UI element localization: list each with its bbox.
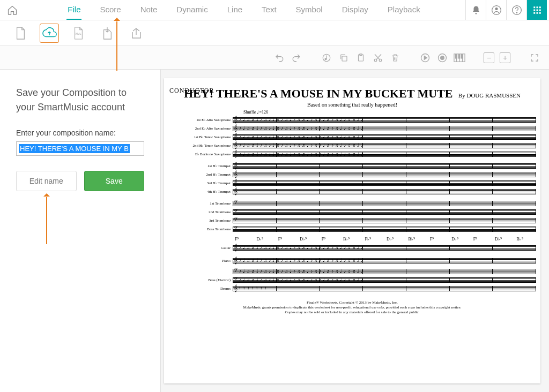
instrument-label: Guitar <box>168 246 233 250</box>
save-button[interactable]: Save <box>84 171 145 191</box>
score-page: CONDUCTOR HEY! THERE'S A MOUSE IN MY BUC… <box>164 78 540 383</box>
instrument-row: Bass (Electric)𝄢♪♩♫♬♩♪♫♪♩♬♪♫♩♪♫♬♩♪♫♪♩♬♪♫… <box>168 276 536 284</box>
copy-icon[interactable] <box>338 52 350 64</box>
instrument-row: 1st B♭ Tenor Saxophone𝄞♪♩♫♬♩♪♫♪♩♬♪♫♩♪♫♬♩… <box>168 133 536 141</box>
staff[interactable]: 𝄢— — — — — — — <box>233 200 536 207</box>
note-tool-icon[interactable] <box>321 52 332 64</box>
account-icon[interactable] <box>486 0 506 20</box>
menu-item-symbol[interactable]: Symbol <box>295 0 324 20</box>
staff[interactable]: 𝄞♪♩♫♬♩♪♫♪♩♬♪♫♩♪♫♬♩♪♫♪♩♬♪♫♩♪♫♬♩♪ <box>233 258 536 264</box>
instrument-label: Bass Trombone <box>168 227 233 231</box>
instrument-label: 2nd B♭ Trumpet <box>168 172 233 177</box>
menu-item-note[interactable]: Note <box>139 0 159 20</box>
apps-grid-icon[interactable] <box>526 0 547 20</box>
instrument-row: 1st Trombone𝄢— — — — — — — <box>168 199 536 208</box>
svg-rect-12 <box>539 12 540 13</box>
menubar: FileScoreNoteDynamicLineTextSymbolDispla… <box>0 0 549 20</box>
svg-point-23 <box>441 56 444 59</box>
menu-item-file[interactable]: File <box>66 0 81 20</box>
redo-icon[interactable] <box>291 52 302 64</box>
instrument-label: 2nd E♭ Alto Saxophone <box>168 126 233 131</box>
help-icon[interactable] <box>506 0 526 20</box>
staff[interactable]: 𝄞♪♩♫♬♩♪♫♪♩♬♪♫♩♪♫♬♩♪♫♪♩♬♪♫♩♪♫♬♩♪ <box>233 134 536 140</box>
menu-item-line[interactable]: Line <box>226 0 243 20</box>
svg-rect-16 <box>342 56 347 61</box>
svg-rect-25 <box>456 54 457 58</box>
new-file-button[interactable] <box>11 24 30 43</box>
edit-name-button[interactable]: Edit name <box>16 171 77 191</box>
play-icon[interactable] <box>419 52 431 64</box>
staff[interactable]: 𝄞♪♩♫♬♩♪♫♪♩♬♪♫♩♪♫♬♩♪♫♪♩♬♪♫♩♪♫♬♩♪ <box>233 117 536 123</box>
staff[interactable]: 𝄞♪♩♫♬♩♪♫♪♩♬♪♫♩♪♫♬♩♪♫♪♩♬♪♫♩♪♫♬♩♪ <box>233 142 536 149</box>
piano-icon[interactable] <box>454 52 465 64</box>
menu-item-display[interactable]: Display <box>341 0 369 20</box>
menu-item-dynamic[interactable]: Dynamic <box>175 0 209 20</box>
svg-rect-11 <box>536 12 538 13</box>
import-button[interactable] <box>98 24 117 43</box>
staff[interactable]: 𝄞— — — — — — — <box>233 189 536 195</box>
staff[interactable]: 𝄢♪♩♫♬♩♪♫♪♩♬♪♫♩♪♫♬♩♪♫♪♩♬♪♫♩♪♫♬♩♪ <box>233 268 536 275</box>
action-toolbar: − + <box>0 46 549 70</box>
svg-text:XML: XML <box>75 32 81 35</box>
svg-rect-5 <box>536 6 538 8</box>
menu-item-text[interactable]: Text <box>261 0 278 20</box>
svg-rect-27 <box>462 54 463 58</box>
score-footer: Finale® Worksheets, Copyright © 2013 by … <box>168 300 536 315</box>
cut-icon[interactable] <box>372 52 384 64</box>
staff[interactable]: 𝄞♪♩♫♬♩♪♫♪♩♬♪♫♩♪♫♬♩♪♫♪♩♬♪♫♩♪♫♬♩♪ <box>233 151 536 157</box>
export-button[interactable] <box>127 24 146 43</box>
menu-item-score[interactable]: Score <box>99 0 122 20</box>
instrument-label: 1st Trombone <box>168 201 233 206</box>
menu-item-playback[interactable]: Playback <box>387 0 421 20</box>
instrument-row: E♭ Baritone Saxophone𝄞♪♩♫♬♩♪♫♪♩♬♪♫♩♪♫♬♩♪… <box>168 150 536 159</box>
staff[interactable]: 𝄞♪♩♫♬♩♪♫♪♩♬♪♫♩♪♫♬♩♪♫♪♩♬♪♫♩♪♫♬♩♪ <box>233 245 536 251</box>
paste-icon[interactable] <box>355 52 367 64</box>
instrument-label: 3rd B♭ Trumpet <box>168 181 233 185</box>
composition-name-label: Enter your composition name: <box>16 129 144 137</box>
staff[interactable]: 𝄞— — — — — — — <box>233 171 536 178</box>
instrument-label: 4th B♭ Trumpet <box>168 190 233 194</box>
svg-point-3 <box>516 12 517 12</box>
instrument-row: 2nd B♭ Tenor Saxophone𝄞♪♩♫♬♩♪♫♪♩♬♪♫♩♪♫♬♩… <box>168 141 536 150</box>
delete-icon[interactable] <box>389 52 401 64</box>
fullscreen-icon[interactable] <box>529 52 540 64</box>
cloud-save-button[interactable] <box>40 24 59 43</box>
staff[interactable]: 𝄞♪♩♫♬♩♪♫♪♩♬♪♫♩♪♫♬♩♪♫♪♩♬♪♫♩♪♫♬♩♪ <box>233 125 536 132</box>
instrument-row: 3rd B♭ Trumpet𝄞— — — — — — — <box>168 179 536 187</box>
chord-symbols: F⁹D♭⁹F⁹D♭⁹F⁹B♭⁹F♭⁹D♭⁹B♭⁹F⁹D♭⁹F⁹D♭⁹B♭⁹ <box>233 237 536 242</box>
score-viewport[interactable]: CONDUCTOR HEY! THERE'S A MOUSE IN MY BUC… <box>161 70 549 392</box>
instrument-label: Drums <box>168 287 233 291</box>
svg-rect-6 <box>539 6 540 8</box>
undo-icon[interactable] <box>273 52 285 64</box>
instrument-row: 2nd Trombone𝄢— — — — — — — <box>168 208 536 216</box>
notifications-icon[interactable] <box>465 0 486 20</box>
instrument-label: Piano <box>168 259 233 263</box>
svg-rect-26 <box>458 54 460 58</box>
instrument-row: 2nd E♭ Alto Saxophone𝄞♪♩♫♬♩♪♫♪♩♬♪♫♩♪♫♬♩♪… <box>168 124 536 133</box>
staff[interactable]: 𝄞— — — — — — — <box>233 180 536 186</box>
svg-rect-4 <box>533 6 535 8</box>
instrument-label: Bass (Electric) <box>168 278 233 282</box>
instrument-row: 2nd B♭ Trumpet𝄞— — — — — — — <box>168 170 536 179</box>
svg-rect-9 <box>539 9 540 11</box>
staff[interactable]: 𝄢— — — — — — — <box>233 226 536 232</box>
instrument-row: 3rd Trombone𝄢— — — — — — — <box>168 216 536 225</box>
zoom-in-icon[interactable]: + <box>500 52 510 63</box>
sidebar-heading: Save your Composition to your SmartMusic… <box>16 86 144 115</box>
staff[interactable]: 𝄢♪♩♫♬♩♪♫♪♩♬♪♫♩♪♫♬♩♪♫♪♩♬♪♫♩♪♫♬♩♪ <box>233 277 536 283</box>
staff[interactable]: 𝄢— — — — — — — <box>233 217 536 224</box>
home-button[interactable] <box>2 0 23 20</box>
staff[interactable]: 𝄞— — — — — — — <box>233 163 536 169</box>
score-subtitle: Based on something that really happened! <box>168 102 536 108</box>
staff[interactable]: 𝄢— — — — — — — <box>233 209 536 215</box>
part-label: CONDUCTOR <box>169 87 214 95</box>
instrument-row: Piano𝄞♪♩♫♬♩♪♫♪♩♬♪♫♩♪♫♬♩♪♫♪♩♬♪♫♩♪♫♬♩♪ <box>168 254 536 267</box>
zoom-out-icon[interactable]: − <box>484 52 494 63</box>
record-icon[interactable] <box>436 52 448 64</box>
instrument-row: Bass Trombone𝄢— — — — — — — <box>168 225 536 233</box>
instrument-row: 1st E♭ Alto Saxophone𝄞♪♩♫♬♩♪♫♪♩♬♪♫♩♪♫♬♩♪… <box>168 116 536 124</box>
staff[interactable]: 𝄞𝄽 𝄽 𝄽 𝄽 𝄽 𝄽 𝄽 <box>233 285 536 292</box>
svg-point-1 <box>495 7 498 10</box>
composition-name-input[interactable]: HEY! THERE'S A MOUSE IN MY B <box>16 141 144 156</box>
xml-button[interactable]: XML <box>69 24 88 43</box>
